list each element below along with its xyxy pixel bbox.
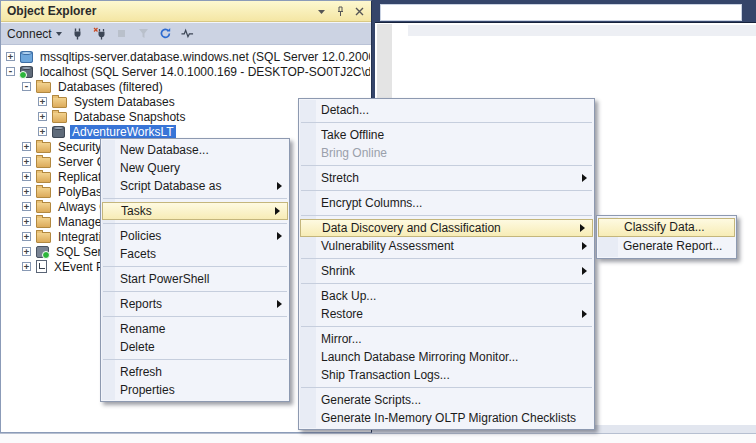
expand-toggle-icon[interactable]: +: [22, 187, 31, 196]
menu-item-restore[interactable]: Restore: [299, 305, 594, 323]
menu-item-label: Refresh: [120, 365, 162, 379]
submenu-arrow-icon: [582, 174, 587, 182]
database-icon: [52, 126, 65, 138]
connect-object-icon[interactable]: [71, 27, 84, 40]
menu-item-tasks[interactable]: Tasks: [102, 202, 288, 220]
menu-item-label: New Query: [120, 161, 180, 175]
menu-separator: [299, 280, 594, 287]
submenu-arrow-icon: [582, 242, 587, 250]
menu-item-facets[interactable]: Facets: [101, 245, 289, 263]
menu-item-new-database[interactable]: New Database...: [101, 141, 289, 159]
menu-item-label: Encrypt Columns...: [321, 196, 422, 210]
expand-toggle-icon[interactable]: +: [38, 97, 47, 106]
menu-item-label: Launch Database Mirroring Monitor...: [321, 350, 518, 364]
activity-monitor-icon[interactable]: [181, 27, 194, 40]
folder-icon: [36, 157, 51, 168]
collapse-toggle-icon[interactable]: -: [6, 67, 15, 76]
submenu-arrow-icon: [277, 300, 282, 308]
expand-toggle-icon[interactable]: +: [6, 52, 15, 61]
tree-item-label: Security: [56, 140, 103, 154]
folder-icon: [36, 187, 51, 198]
menu-item-stretch[interactable]: Stretch: [299, 169, 594, 187]
connect-button[interactable]: Connect: [7, 27, 62, 41]
menu-item-label: Generate Report...: [623, 239, 722, 253]
folder-icon: [36, 82, 51, 93]
refresh-icon[interactable]: [159, 27, 172, 40]
expand-toggle-icon[interactable]: +: [38, 112, 47, 121]
menu-item-delete[interactable]: Delete: [101, 338, 289, 356]
menu-item-generate-in-memory-oltp-migration-checklists[interactable]: Generate In-Memory OLTP Migration Checkl…: [299, 409, 594, 427]
expand-toggle-icon[interactable]: +: [22, 157, 31, 166]
menu-item-label: Reports: [120, 297, 162, 311]
menu-item-ship-transaction-logs[interactable]: Ship Transaction Logs...: [299, 366, 594, 384]
expand-toggle-icon[interactable]: +: [22, 247, 31, 256]
menu-item-generate-report[interactable]: Generate Report...: [597, 237, 736, 256]
menu-item-mirror[interactable]: Mirror...: [299, 330, 594, 348]
menu-item-bring-online: Bring Online: [299, 144, 594, 162]
submenu-arrow-icon: [277, 232, 282, 240]
menu-item-take-offline[interactable]: Take Offline: [299, 126, 594, 144]
submenu-arrow-icon: [277, 182, 282, 190]
tree-item-label: System Databases: [72, 95, 177, 109]
expand-toggle-icon[interactable]: +: [22, 142, 31, 151]
menu-item-script-database-as[interactable]: Script Database as: [101, 177, 289, 195]
menu-item-start-powershell[interactable]: Start PowerShell: [101, 270, 289, 288]
menu-item-data-discovery-and-classification[interactable]: Data Discovery and Classification: [300, 219, 593, 237]
editor-tab-bar[interactable]: [380, 4, 742, 21]
tree-item-databases[interactable]: - Databases (filtered): [2, 79, 370, 94]
menu-item-vulnerability-assessment[interactable]: Vulnerability Assessment: [299, 237, 594, 255]
menu-item-refresh[interactable]: Refresh: [101, 363, 289, 381]
menu-item-rename[interactable]: Rename: [101, 320, 289, 338]
sql-agent-icon: [36, 246, 49, 258]
window-menu-chevron-icon[interactable]: [316, 6, 327, 17]
menu-item-label: Classify Data...: [624, 220, 705, 234]
tree-item-azure-server[interactable]: + mssqltips-server.database.windows.net …: [2, 49, 370, 64]
menu-item-generate-scripts[interactable]: Generate Scripts...: [299, 391, 594, 409]
classification-submenu: Classify Data... Generate Report...: [596, 215, 737, 259]
collapse-toggle-icon[interactable]: -: [22, 82, 31, 91]
azure-database-icon: [20, 51, 33, 63]
tasks-submenu: Detach... Take Offline Bring Online Stre…: [298, 98, 595, 430]
expand-toggle-icon[interactable]: +: [22, 262, 31, 271]
menu-item-encrypt-columns[interactable]: Encrypt Columns...: [299, 194, 594, 212]
folder-icon: [36, 217, 51, 228]
disconnect-object-icon[interactable]: [93, 27, 106, 40]
menu-item-launch-database-mirroring-monitor[interactable]: Launch Database Mirroring Monitor...: [299, 348, 594, 366]
menu-item-label: Tasks: [121, 204, 152, 218]
menu-item-shrink[interactable]: Shrink: [299, 262, 594, 280]
database-context-menu: New Database... New Query Script Databas…: [100, 138, 290, 402]
object-explorer-toolbar: Connect: [1, 22, 371, 45]
menu-item-back-up[interactable]: Back Up...: [299, 287, 594, 305]
menu-item-policies[interactable]: Policies: [101, 227, 289, 245]
server-icon: [20, 66, 33, 78]
expand-toggle-icon[interactable]: +: [38, 127, 47, 136]
menu-item-label: New Database...: [120, 143, 209, 157]
menu-item-label: Ship Transaction Logs...: [321, 368, 450, 382]
menu-separator: [299, 187, 594, 194]
menu-item-label: Facets: [120, 247, 156, 261]
menu-item-label: Delete: [120, 340, 155, 354]
close-icon[interactable]: [354, 6, 365, 17]
pin-icon[interactable]: [335, 6, 346, 17]
object-explorer-titlebar[interactable]: Object Explorer: [1, 1, 371, 22]
tree-item-label: AdventureWorksLT: [70, 125, 176, 139]
stop-icon: [115, 27, 128, 40]
tree-item-localhost[interactable]: - localhost (SQL Server 14.0.1000.169 - …: [2, 64, 370, 79]
expand-toggle-icon[interactable]: +: [22, 172, 31, 181]
submenu-arrow-icon: [580, 224, 585, 232]
menu-item-properties[interactable]: Properties: [101, 381, 289, 399]
menu-item-label: Script Database as: [120, 179, 221, 193]
expand-toggle-icon[interactable]: +: [22, 202, 31, 211]
expand-toggle-icon[interactable]: +: [22, 232, 31, 241]
editor-header-band: [408, 25, 756, 36]
menu-separator: [299, 119, 594, 126]
expand-toggle-icon[interactable]: +: [22, 217, 31, 226]
submenu-arrow-icon: [582, 310, 587, 318]
menu-item-reports[interactable]: Reports: [101, 295, 289, 313]
menu-item-label: Restore: [321, 307, 363, 321]
menu-item-new-query[interactable]: New Query: [101, 159, 289, 177]
menu-separator: [299, 255, 594, 262]
menu-item-classify-data[interactable]: Classify Data...: [598, 218, 735, 237]
menu-separator: [101, 356, 289, 363]
menu-item-detach[interactable]: Detach...: [299, 101, 594, 119]
